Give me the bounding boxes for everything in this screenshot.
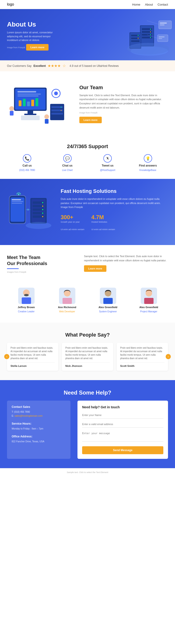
- testimonials-section: What People Say? Proin sed libero enim s…: [0, 322, 175, 380]
- svg-rect-37: [28, 111, 33, 114]
- form-message-input[interactable]: [82, 430, 163, 442]
- support-chat-label: Chat us: [47, 164, 88, 167]
- hosting-illustration: [7, 191, 54, 233]
- nav-contact[interactable]: Contact: [157, 3, 168, 6]
- form-name-input[interactable]: [82, 412, 163, 418]
- rating-bar: Our Customers Say Excellent ★★★★ ☆ 4.9 o…: [0, 60, 175, 71]
- support-icons: 📞 Call us (010) 456 7890 💬 Chat us Live …: [7, 154, 168, 172]
- hosting-content: Fast Hosting Solutions Duis aute irure d…: [61, 188, 168, 236]
- hosting-illustration-svg: [7, 191, 54, 233]
- email-label: E:: [12, 414, 14, 417]
- meet-team-section: Meet The Team Our Professionals Images f…: [0, 245, 175, 285]
- team-members-grid: Jeffrey Brown Creative Leader Ann Richmo…: [0, 285, 175, 322]
- hosting-title: Fast Hosting Solutions: [61, 188, 168, 194]
- testimonial-3-text: Proin sed libero enim sed faucibus turpi…: [120, 346, 164, 360]
- support-title: 24/7/365 Support: [7, 144, 168, 150]
- team-description: Sample text. Click to select the Text El…: [79, 94, 168, 110]
- testimonial-2-author: Nick Jhonson: [65, 362, 110, 367]
- rating-stars: ★★★★: [48, 64, 61, 68]
- svg-rect-85: [144, 298, 153, 304]
- member-2-avatar: [59, 288, 75, 304]
- support-tweet-label: Tweet us: [88, 164, 128, 167]
- meet-team-title-line1: Meet The Team: [7, 254, 77, 260]
- member-1: Jeffrey Brown Creative Leader: [7, 288, 46, 313]
- svg-point-72: [18, 194, 19, 195]
- testimonial-3: Proin sed libero enim sed faucibus turpi…: [117, 342, 168, 371]
- testimonial-next-button[interactable]: ›: [166, 354, 171, 359]
- testimonial-2-text: Proin sed libero enim sed faucibus turpi…: [65, 346, 110, 360]
- support-chat-sub: Live Chart: [62, 169, 73, 172]
- svg-rect-53: [11, 198, 25, 222]
- support-call: 📞 Call us (010) 456 7890: [7, 154, 47, 172]
- svg-rect-49: [10, 111, 14, 116]
- svg-point-76: [24, 294, 29, 296]
- svg-point-46: [61, 107, 62, 108]
- form-email-input[interactable]: [82, 421, 163, 428]
- stat-hosted: 4.7M Hosted Websites Ut enim ad minim ve…: [91, 214, 115, 236]
- member-1-name: Jeffrey Brown: [7, 306, 46, 308]
- service-hours: Monday to Friday : 9am – 7pm: [12, 427, 66, 431]
- hero-description: Lorem ipsum dolor sit amet, consectetur …: [7, 30, 54, 42]
- member-1-role: Creative Leader: [18, 310, 35, 313]
- testimonial-1-author: Stella Larson: [11, 362, 55, 367]
- member-3: Alex Greenfield System Engineer: [89, 288, 127, 313]
- stat-hosted-label: Hosted Websites: [91, 220, 115, 224]
- svg-rect-36: [36, 98, 38, 106]
- hero-learn-more-button[interactable]: Learn more: [26, 44, 49, 50]
- team-illustration-svg: [7, 80, 72, 127]
- meet-team-description: Sample text. Click to select the Text El…: [84, 254, 168, 262]
- support-find-sub: KnowledgeBase: [139, 169, 156, 172]
- nav-about[interactable]: About: [145, 3, 153, 6]
- stat-hosted-number: 4.7M: [91, 214, 115, 220]
- contact-phone: T: (010) 456 7890: [12, 410, 66, 414]
- nav-home[interactable]: Home: [132, 3, 140, 6]
- svg-rect-55: [12, 201, 23, 202]
- svg-rect-38: [24, 114, 36, 115]
- navbar: logo Home About Contact: [0, 0, 175, 9]
- chat-icon: 💬: [63, 154, 72, 162]
- svg-point-41: [54, 92, 58, 95]
- svg-point-64: [42, 202, 43, 203]
- form-send-button[interactable]: Send Message: [82, 446, 163, 454]
- svg-rect-75: [22, 298, 31, 304]
- svg-point-50: [44, 114, 49, 119]
- member-2-role: Web Developer: [59, 310, 75, 313]
- svg-point-71: [26, 222, 51, 229]
- svg-rect-54: [12, 199, 21, 200]
- nav-links: Home About Contact: [132, 3, 168, 6]
- support-call-label: Call us: [7, 164, 47, 167]
- office-address: 822 Fancher Drive, Texas, USA: [12, 440, 66, 444]
- svg-point-68: [42, 216, 43, 217]
- contact-sales-title: Contact Sales: [12, 405, 66, 408]
- our-team-section: Our Team Sample text. Click to select th…: [0, 71, 175, 136]
- hosting-description: Duis aute irure dolor in reprehenderit i…: [61, 197, 168, 210]
- help-section: Need Some Help? Contact Sales T: (010) 4…: [0, 380, 175, 468]
- support-tweet-sub: @HostSupport: [100, 169, 115, 172]
- member-3-role: System Engineer: [99, 310, 117, 313]
- testimonial-1-text: Proin sed libero enim sed faucibus turpi…: [11, 346, 55, 360]
- contact-email-link[interactable]: sales@hostingdomain.com: [15, 414, 43, 417]
- testimonials-grid: Proin sed libero enim sed faucibus turpi…: [7, 342, 168, 371]
- testimonial-2: Proin sed libero enim sed faucibus turpi…: [62, 342, 113, 371]
- team-illustration: [7, 80, 72, 127]
- member-4-role: Project Manager: [140, 310, 157, 313]
- hero-title: About Us: [7, 21, 168, 28]
- meet-team-learn-more-button[interactable]: Learn more: [84, 265, 106, 272]
- tweet-icon: 𝕏: [103, 154, 112, 162]
- svg-rect-82: [103, 298, 113, 304]
- stat-growth-sub: Ut enim ad minim veniam: [61, 228, 84, 231]
- team-learn-more-button[interactable]: Learn more: [79, 117, 102, 123]
- support-find-label: Find answers: [128, 164, 168, 167]
- testimonial-prev-button[interactable]: ‹: [4, 354, 9, 359]
- svg-point-66: [42, 209, 43, 210]
- call-icon: 📞: [23, 154, 31, 162]
- hero-section: About Us Lorem ipsum dolor sit amet, con…: [0, 9, 175, 60]
- stat-growth-number: 300+: [61, 214, 84, 220]
- member-3-name: Alex Greenfield: [89, 306, 127, 308]
- team-content: Our Team Sample text. Click to select th…: [79, 84, 168, 123]
- meet-team-left: Meet The Team Our Professionals Images f…: [7, 254, 77, 276]
- hero-content: About Us Lorem ipsum dolor sit amet, con…: [7, 21, 168, 50]
- member-3-avatar: [100, 288, 116, 304]
- contact-info: Contact Sales T: (010) 456 7890 E: sales…: [7, 400, 70, 459]
- svg-rect-79: [63, 298, 72, 304]
